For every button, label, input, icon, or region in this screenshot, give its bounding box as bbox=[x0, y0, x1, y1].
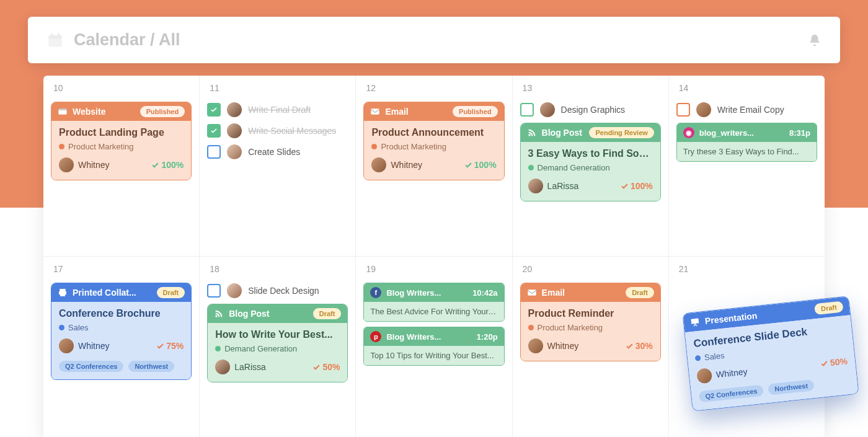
content-card[interactable]: Email Published Product Announcement Pro… bbox=[363, 102, 504, 180]
day-number: 12 bbox=[366, 83, 504, 93]
social-post-card[interactable]: f Blog Writers... 10:42a The Best Advice… bbox=[363, 283, 504, 322]
card-category: Sales bbox=[59, 323, 184, 332]
social-time: 1:20p bbox=[477, 332, 498, 342]
status-badge: Published bbox=[453, 106, 498, 117]
svg-point-11 bbox=[216, 315, 218, 317]
task-row[interactable]: Slide Deck Design bbox=[207, 283, 348, 299]
calendar-row: 10 Website Published Product Landing Pag… bbox=[43, 76, 825, 256]
category-dot bbox=[528, 165, 534, 170]
content-card[interactable]: Blog Post Draft How to Write Your Best..… bbox=[207, 304, 348, 382]
avatar bbox=[528, 179, 543, 193]
status-badge: Pending Review bbox=[589, 127, 653, 138]
owner: Whitney bbox=[371, 157, 422, 172]
progress-percent: 75% bbox=[156, 341, 184, 351]
content-card[interactable]: Email Draft Product Reminder Product Mar… bbox=[520, 283, 661, 361]
svg-rect-8 bbox=[60, 289, 65, 291]
avatar bbox=[371, 157, 386, 172]
task-label: Write Social Messages bbox=[248, 126, 336, 136]
social-post-card[interactable]: ◉ blog_writers... 8:31p Try these 3 Easy… bbox=[676, 123, 817, 162]
tags: Q2 Conferences Northwest bbox=[59, 361, 184, 372]
task-label: Write Final Draft bbox=[248, 105, 311, 115]
checkbox[interactable] bbox=[207, 284, 221, 298]
social-handle: blog_writers... bbox=[699, 128, 784, 138]
presentation-icon bbox=[689, 317, 701, 328]
website-icon bbox=[58, 107, 68, 117]
day-number: 14 bbox=[679, 83, 817, 93]
task-row[interactable]: Create Slides bbox=[207, 144, 348, 160]
progress-percent: 50% bbox=[820, 356, 848, 369]
day-number: 21 bbox=[679, 264, 817, 274]
checkbox[interactable] bbox=[207, 124, 221, 138]
card-type: Blog Post bbox=[229, 309, 308, 319]
checkbox[interactable] bbox=[520, 103, 534, 117]
calendar-cell[interactable]: 19 f Blog Writers... 10:42a The Best Adv… bbox=[355, 257, 512, 437]
avatar bbox=[540, 102, 555, 117]
card-category: Demand Generation bbox=[528, 163, 653, 172]
category-dot bbox=[59, 325, 64, 330]
task-label: Slide Deck Design bbox=[248, 286, 319, 296]
avatar bbox=[227, 123, 242, 138]
progress-percent: 100% bbox=[621, 181, 653, 191]
task-label: Write Email Copy bbox=[717, 105, 784, 115]
bell-icon[interactable] bbox=[808, 33, 822, 47]
calendar-cell[interactable]: 20 Email Draft Product Reminder Product … bbox=[512, 257, 668, 437]
checkbox[interactable] bbox=[676, 103, 690, 117]
svg-rect-12 bbox=[528, 289, 536, 295]
card-type: Email bbox=[542, 288, 621, 298]
card-type: Printed Collat... bbox=[73, 288, 152, 298]
print-icon bbox=[58, 288, 68, 298]
task-row[interactable]: Design Graphics bbox=[520, 102, 661, 118]
avatar bbox=[59, 157, 74, 172]
day-number: 10 bbox=[53, 83, 192, 93]
task-row[interactable]: Write Email Copy bbox=[676, 102, 817, 118]
calendar-cell[interactable]: 13 Design Graphics Blog Post Pending Rev… bbox=[512, 76, 668, 256]
avatar bbox=[528, 338, 543, 353]
social-text: Try these 3 Easy Ways to Find... bbox=[677, 142, 817, 161]
tag[interactable]: Northwest bbox=[768, 379, 814, 395]
tag[interactable]: Q2 Conferences bbox=[59, 361, 123, 372]
card-title: Product Landing Page bbox=[59, 127, 184, 138]
task-row[interactable]: Write Social Messages bbox=[207, 123, 348, 139]
calendar-cell[interactable]: 12 Email Published Product Announcement … bbox=[355, 76, 512, 256]
tag[interactable]: Northwest bbox=[128, 361, 174, 372]
status-badge: Published bbox=[140, 106, 185, 117]
card-category: Product Marketing bbox=[371, 142, 496, 151]
calendar-cell[interactable]: 18 Slide Deck Design Blog Post Draft How… bbox=[199, 257, 355, 437]
category-dot bbox=[59, 144, 64, 149]
calendar-cell[interactable]: 10 Website Published Product Landing Pag… bbox=[43, 76, 199, 256]
calendar-cell[interactable]: 17 Printed Collat... Draft Conference Br… bbox=[43, 257, 199, 437]
dragging-card[interactable]: Presentation Draft Conference Slide Deck… bbox=[682, 296, 859, 411]
tag[interactable]: Q2 Conferences bbox=[699, 385, 764, 403]
status-badge: Draft bbox=[313, 308, 342, 319]
rss-icon bbox=[214, 309, 224, 319]
calendar-cell[interactable]: 14 Write Email Copy ◉ blog_writers... 8:… bbox=[668, 76, 825, 256]
progress-percent: 50% bbox=[312, 362, 340, 372]
content-card[interactable]: Blog Post Pending Review 3 Easy Ways to … bbox=[520, 123, 661, 201]
avatar bbox=[227, 283, 242, 298]
header-bar: Calendar / All bbox=[28, 17, 840, 63]
email-icon bbox=[370, 107, 380, 117]
calendar-icon bbox=[46, 32, 64, 49]
task-row[interactable]: Write Final Draft bbox=[207, 102, 348, 118]
day-number: 19 bbox=[366, 264, 504, 274]
calendar-cell[interactable]: 11 Write Final Draft Write Social Messag… bbox=[199, 76, 355, 256]
checkbox[interactable] bbox=[207, 145, 221, 159]
card-category: Product Marketing bbox=[528, 323, 653, 332]
category-dot bbox=[695, 355, 701, 361]
card-title: Conference Brochure bbox=[59, 308, 184, 319]
content-card[interactable]: Printed Collat... Draft Conference Broch… bbox=[51, 283, 192, 380]
svg-rect-13 bbox=[691, 319, 699, 324]
content-card[interactable]: Website Published Product Landing Page P… bbox=[51, 102, 192, 180]
avatar bbox=[59, 338, 74, 353]
checkbox[interactable] bbox=[207, 103, 221, 117]
progress-percent: 100% bbox=[464, 160, 497, 170]
day-number: 17 bbox=[53, 264, 192, 274]
svg-rect-10 bbox=[60, 293, 65, 296]
card-type: Email bbox=[385, 107, 448, 117]
social-post-card[interactable]: p Blog Writers... 1:20p Top 10 Tips for … bbox=[363, 327, 504, 366]
page-title[interactable]: Calendar / All bbox=[74, 30, 808, 50]
pinterest-icon: p bbox=[370, 331, 381, 342]
svg-rect-3 bbox=[58, 33, 60, 37]
card-type: Blog Post bbox=[542, 128, 585, 138]
status-badge: Draft bbox=[157, 287, 185, 298]
